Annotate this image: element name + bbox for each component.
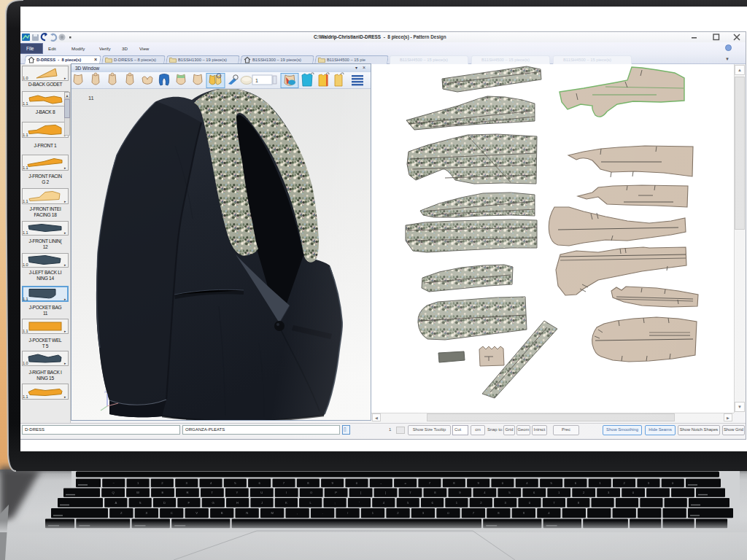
svg-text:C: C: [171, 511, 173, 515]
svg-text:z: z: [104, 389, 107, 394]
svg-text:R: R: [186, 491, 188, 494]
svg-text:S: S: [139, 501, 142, 505]
svg-text:T: T: [212, 491, 214, 494]
svg-text:B: B: [221, 511, 223, 515]
svg-text:D: D: [163, 501, 166, 505]
svg-text:11: 11: [88, 95, 94, 101]
svg-text:]: ]: [385, 491, 386, 494]
svg-text:W: W: [136, 491, 139, 494]
svg-text:V: V: [196, 511, 198, 515]
svg-text:M: M: [271, 511, 274, 515]
svg-text:P: P: [335, 491, 337, 494]
svg-text:E: E: [162, 491, 164, 494]
svg-text:1: 1: [255, 78, 258, 83]
svg-text:;: ;: [335, 501, 336, 505]
svg-text:U: U: [260, 491, 263, 494]
svg-text:G: G: [212, 501, 214, 505]
svg-text:Y: Y: [236, 491, 238, 494]
svg-text:H: H: [236, 501, 239, 505]
svg-text:N: N: [246, 511, 248, 515]
svg-text:,: ,: [297, 511, 298, 515]
svg-text:.: .: [322, 511, 323, 515]
svg-text:I: I: [286, 491, 287, 494]
svg-text:K: K: [285, 501, 287, 505]
svg-text:J: J: [261, 501, 263, 505]
svg-text:A: A: [115, 501, 117, 505]
svg-text:X: X: [145, 511, 147, 515]
svg-text:F: F: [188, 501, 190, 505]
svg-text:Z: Z: [120, 511, 123, 515]
